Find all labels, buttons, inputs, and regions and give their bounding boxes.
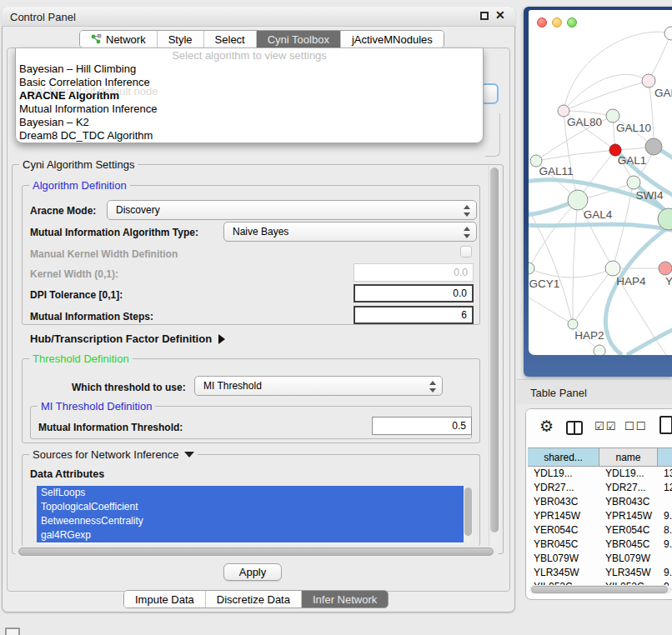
threshold-definition-title: Threshold Definition bbox=[29, 352, 133, 365]
mi-threshold-field[interactable]: 0.5 bbox=[372, 417, 472, 435]
close-icon[interactable]: ✕ bbox=[495, 8, 505, 22]
hidden-groupbox-fragment bbox=[485, 113, 500, 157]
table-panel-box: ⚙ ☑☑ ☐☐ shared...nameAYDL19...YDL19...13… bbox=[525, 408, 672, 600]
float-window-icon[interactable] bbox=[480, 12, 489, 20]
tab-network[interactable]: Network bbox=[80, 31, 158, 48]
aracne-mode-select[interactable]: Discovery bbox=[107, 200, 477, 220]
column-header-name[interactable]: name bbox=[599, 448, 658, 466]
node-gcy1[interactable] bbox=[529, 262, 534, 274]
split-columns-icon[interactable] bbox=[566, 421, 583, 435]
network-view-window[interactable]: GALGAL80GAL10GAL1GAL11SWI4GAL4GCY1HAP4YH… bbox=[524, 7, 672, 377]
attribute-item-betweennesscentrality[interactable]: BetweennessCentrality bbox=[37, 514, 464, 528]
node-label-hap4: HAP4 bbox=[616, 275, 646, 288]
tab-discretize-data[interactable]: Discretize Data bbox=[206, 591, 302, 608]
node-gray[interactable] bbox=[645, 138, 662, 155]
collapse-down-icon bbox=[184, 452, 194, 458]
minimized-panel-icon[interactable] bbox=[5, 628, 20, 635]
table-row[interactable]: YBR043CYBR043C bbox=[528, 495, 672, 509]
tab-select[interactable]: Select bbox=[204, 31, 257, 48]
network-edge[interactable] bbox=[649, 33, 671, 81]
table-row[interactable]: YDR27...YDR27...12 bbox=[528, 481, 672, 495]
table-row[interactable]: YER054CYER054C8. bbox=[528, 523, 672, 538]
node-gal4[interactable] bbox=[568, 190, 588, 210]
table-cell: YBR043C bbox=[528, 495, 599, 509]
table-cell: YLR345W bbox=[599, 566, 658, 580]
table-panel-title: Table Panel bbox=[530, 387, 587, 399]
tab-cyni-toolbox[interactable]: Cyni Toolbox bbox=[257, 31, 341, 48]
manual-kernel-checkbox[interactable] bbox=[460, 246, 472, 258]
node-gal80[interactable] bbox=[558, 105, 569, 117]
table-row[interactable]: YPR145WYPR145W9. bbox=[528, 509, 672, 523]
network-edge[interactable] bbox=[573, 200, 578, 324]
sources-title-text: Sources for Network Inference bbox=[33, 448, 179, 461]
window-zoom-traffic-icon[interactable] bbox=[567, 18, 577, 28]
file-icon[interactable] bbox=[659, 416, 672, 434]
node-hap4[interactable] bbox=[605, 261, 620, 276]
node-swi4[interactable] bbox=[627, 176, 640, 189]
table-cell: 9. bbox=[658, 566, 672, 580]
dropdown-placeholder: Select algorithm to view settings bbox=[16, 48, 483, 62]
kernel-width-field[interactable]: 0.0 bbox=[354, 263, 474, 282]
algorithm-option-mutual-information-inference[interactable]: Mutual Information Inference bbox=[16, 102, 483, 116]
node-gal10[interactable] bbox=[606, 109, 619, 122]
algorithm-option-dream8-dc-tdc-algorithm[interactable]: Dream8 DC_TDC Algorithm bbox=[16, 129, 483, 142]
control-panel-title: Control Panel bbox=[10, 11, 76, 23]
window-minimize-traffic-icon[interactable] bbox=[552, 18, 562, 28]
node-label-swi4: SWI4 bbox=[635, 189, 663, 202]
attribute-item-gal4rgexp[interactable]: gal4RGexp bbox=[37, 528, 464, 542]
node-hap2[interactable] bbox=[568, 319, 578, 329]
window-close-traffic-icon[interactable] bbox=[537, 18, 547, 28]
node-label-gal: GAL bbox=[654, 87, 672, 99]
deselect-all-icon[interactable]: ☐☐ bbox=[624, 420, 647, 432]
control-panel-titlebar bbox=[2, 7, 515, 27]
mi-steps-field[interactable]: 6 bbox=[354, 306, 474, 324]
network-edge[interactable] bbox=[529, 298, 573, 324]
attribute-item-selfloops[interactable]: SelfLoops bbox=[37, 486, 464, 500]
table-hscrollbar-thumb[interactable] bbox=[531, 586, 668, 593]
column-header-A[interactable]: A bbox=[658, 448, 672, 466]
mi-type-select[interactable]: Naive Bayes bbox=[223, 222, 477, 242]
table-cell: YBL079W bbox=[528, 552, 599, 566]
algorithm-option-bayesian-k2[interactable]: Bayesian – K2 bbox=[16, 116, 483, 129]
hub-definition-toggle[interactable]: Hub/Transcription Factor Definition bbox=[30, 332, 225, 345]
select-all-icon[interactable]: ☑☑ bbox=[594, 420, 617, 432]
tab-style[interactable]: Style bbox=[158, 31, 204, 48]
table-row[interactable]: YBR045CYBR045C9. bbox=[528, 538, 672, 552]
tab-jactivemnodules[interactable]: jActiveMNodules bbox=[341, 31, 444, 48]
network-edge[interactable] bbox=[564, 81, 649, 111]
network-edge-highlighted[interactable] bbox=[529, 224, 672, 231]
settings-hscrollbar-thumb[interactable] bbox=[18, 548, 494, 556]
column-header-shared-[interactable]: shared... bbox=[528, 448, 599, 466]
attributes-scrollbar-thumb[interactable] bbox=[464, 488, 472, 536]
tab-impute-data[interactable]: Impute Data bbox=[124, 591, 206, 608]
node-gal-pink[interactable] bbox=[642, 74, 655, 88]
table-cell: 12 bbox=[658, 481, 672, 495]
sources-group-title[interactable]: Sources for Network Inference bbox=[29, 448, 198, 461]
network-edge[interactable] bbox=[529, 268, 613, 278]
network-canvas[interactable]: GALGAL80GAL10GAL1GAL11SWI4GAL4GCY1HAP4YH… bbox=[529, 10, 672, 355]
which-threshold-select[interactable]: MI Threshold bbox=[194, 376, 443, 396]
table-cell: YBL079W bbox=[599, 552, 658, 566]
table-row[interactable]: YDL19...YDL19...13 bbox=[528, 467, 672, 481]
table-row[interactable]: YBL079WYBL079W bbox=[528, 552, 672, 566]
gear-icon[interactable]: ⚙ bbox=[539, 417, 554, 436]
node-top-right[interactable] bbox=[664, 27, 672, 40]
settings-vscrollbar-thumb[interactable] bbox=[490, 168, 499, 532]
node-bottom[interactable] bbox=[594, 345, 605, 355]
network-edge[interactable] bbox=[536, 150, 615, 161]
node-salmon[interactable] bbox=[659, 262, 672, 275]
network-edge[interactable] bbox=[649, 81, 654, 147]
network-edge-highlighted[interactable] bbox=[627, 328, 672, 355]
tab-label: Impute Data bbox=[135, 593, 194, 606]
apply-button[interactable]: Apply bbox=[223, 563, 282, 581]
algorithm-option-bayesian-hill-climbing[interactable]: Bayesian – Hill Climbing bbox=[16, 62, 483, 76]
mi-steps-label: Mutual Information Steps: bbox=[30, 311, 153, 322]
attribute-item-topologicalcoefficient[interactable]: TopologicalCoefficient bbox=[37, 500, 464, 514]
table-row[interactable]: YLR345WYLR345W9. bbox=[528, 566, 672, 580]
table-cell bbox=[658, 495, 672, 509]
tab-infer-network[interactable]: Infer Network bbox=[302, 591, 388, 608]
tab-label: Cyni Toolbox bbox=[268, 33, 329, 46]
tab-label: Style bbox=[168, 33, 193, 46]
dpi-tolerance-field[interactable]: 0.0 bbox=[354, 284, 474, 302]
kernel-width-label: Kernel Width (0,1): bbox=[30, 268, 118, 280]
